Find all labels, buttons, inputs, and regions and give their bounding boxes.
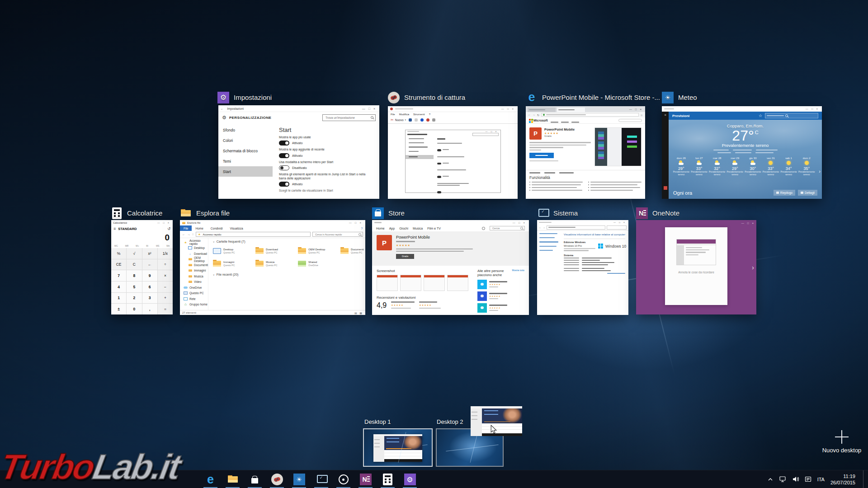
store-search-input [491,226,519,230]
back-icon: ← [539,226,542,229]
view-toggle-icons: ▤ ▦ [354,311,363,314]
toggle-switch [279,153,289,158]
forecast-weather-icon [750,160,755,165]
forecast-day-name: sab 1 [780,157,798,160]
memory-key: M+ [136,244,139,247]
favorite-star-icon: ☆ [641,113,643,117]
forecast-temp: 33° [762,166,780,171]
thumb-header-sistema[interactable]: Sistema [537,207,578,219]
thumb-header-esplora[interactable]: Esplora file [180,207,230,219]
settings-nav-item: Sfondo [218,125,273,135]
thumb-header-calcolatrice[interactable]: Calcolatrice [111,207,162,219]
settings-gear-icon [217,92,229,103]
desktop-1-thumbnail[interactable] [363,428,433,467]
taskbar-file-explorer-icon[interactable] [222,470,244,488]
screenshot-thumbnails [377,275,472,291]
forecast-day: dom 26 29° Prevalentemente sereno [672,157,690,176]
explorer-search-input [314,233,358,236]
window-controls [157,221,171,224]
forecast-weather-icon [768,160,773,165]
thumb-header-cattura[interactable]: Strumento di cattura [388,91,465,103]
settings-search-box [322,114,376,121]
taskbar-edge-icon[interactable] [199,470,222,488]
window-thumbnail-calcolatrice[interactable]: Calcolatrice ≡ STANDARD ↺ 0 MCMRM+M-MSM▾… [111,220,173,314]
clock-date: 26/07/2015 [830,479,855,486]
window-thumbnail-meteo[interactable]: ≡ Previsioni ☆ Copparo, Em.Rom. 27° C Pr… [662,106,822,199]
memory-key: MS [156,244,160,247]
window-thumbnail-onenote[interactable]: Annota le cose da ricordare › [636,220,756,314]
toggle-switch [279,182,289,187]
window-thumbnail-impostazioni[interactable]: ← Impostazioni ⚙ PERSONALIZZAZIONE Sfond… [218,105,379,199]
desktop-1-label[interactable]: Desktop 1 [364,418,391,425]
folder-tile: Shared OneDrive [298,258,338,269]
settings-nav-item: Colori [218,135,273,145]
forecast-desc: Prevalentemente sereno [708,171,726,176]
settings-page-title: Start [279,127,373,133]
settings-main: Start Mostra le app più usate Attivato [273,123,379,199]
suggested-app: ★★★★★ [477,280,524,289]
toggle-state: Attivato [292,183,302,186]
thumb-header-powerpoint-store[interactable]: PowerPoint Mobile - Microsoft Store -... [526,91,660,103]
taskbar-settings-icon[interactable] [399,470,421,488]
tray-volume-icon[interactable] [792,476,799,482]
thumb-header-store[interactable]: Store [372,207,405,219]
store-nav-item: Giochi [399,227,408,230]
taskbar-meteo-icon[interactable] [288,470,310,488]
quick-access-icon [198,233,202,236]
taskbar-snipping-tool-icon[interactable] [266,470,288,488]
new-desktop-button[interactable]: Nuovo desktop [814,430,868,454]
taskbar-store-icon[interactable] [244,470,266,488]
window-thumbnail-store[interactable]: HomeAppGiochiMusicaFilm e TV P PowerPoin… [372,220,529,315]
explorer-content: Cartelle frequenti (7) Desktop Questo PC [208,238,365,310]
search-icon [785,114,788,117]
settings-folders-link: Scegli le cartelle da visualizzare in St… [279,189,373,192]
forecast-day: dom 2 35° Prevalentemente sereno [797,157,816,176]
taskbar-clock[interactable]: 11:19 26/07/2015 [830,473,855,486]
system-section-title: Sistema [564,254,625,257]
calculator-memory-row: MCMRM+M-MSM▾ [111,244,173,248]
snip-menubar: FileModificaStrumenti? [388,112,518,116]
thumb-header-meteo[interactable]: Meteo [662,91,697,103]
toggle-state: Attivato [292,154,302,157]
thumb-header-impostazioni[interactable]: Impostazioni [217,91,272,103]
show-desktop-button[interactable] [863,470,865,488]
calculator-key: 7 [111,270,126,281]
window-thumbnail-cattura[interactable]: FileModificaStrumenti? Nuovo [388,106,518,199]
snip-titlebar [388,106,518,112]
screenshots-title: Screenshot [377,269,472,273]
forecast-weather-icon [679,160,684,165]
language-indicator[interactable]: ITA [817,477,825,482]
explorer-nav-label: Documenti [194,263,208,267]
next-page-chevron-icon: › [752,263,754,271]
show-all-link: Mostra tutto [512,269,524,272]
toggle-label: Mostra gli elementi aperti di recente in… [279,173,367,181]
window-thumbnail-powerpoint-store[interactable]: ←→↻ ☆ Microsoft P PowerPoint Mobile ★★★★… [526,106,645,199]
folder-name: Immagini [223,261,235,263]
tray-chevron-up-icon[interactable] [768,478,773,481]
daily-forecast-row: dom 26 29° Prevalentemente sereno lun 27… [669,157,822,176]
window-thumbnail-sistema[interactable]: ←→ Visualizza informazioni di base relat… [537,220,628,315]
thumb-title: Store [388,209,405,217]
thumb-header-onenote[interactable]: OneNote [636,207,679,219]
tray-action-center-icon[interactable] [805,476,811,482]
window-thumbnail-esplora[interactable]: Esplora file File Home Condividi Visuali… [180,220,365,315]
calculator-titlebar: Calcolatrice [111,220,173,225]
tray-network-icon[interactable] [779,476,786,482]
forward-icon: → [543,226,546,229]
windows-edition-value: Windows 10 Pro [564,244,595,247]
thumb-title: Meteo [678,94,697,101]
taskbar-groove-icon[interactable] [332,470,354,488]
suggested-app: ★★★★★ [477,303,524,313]
product-name: PowerPoint Mobile [544,127,575,131]
settings-toggle-group: Mostra le app più usate Attivato [279,136,373,145]
explorer-nav-item: Questo PC [180,291,208,296]
explorer-titlebar: Esplora file [180,220,365,225]
rating-stars: ★★★★★ [544,131,575,135]
taskbar-system-icon[interactable] [310,470,332,488]
frequent-folders-title: Cartelle frequenti (7) [213,240,365,243]
desktop-2-label[interactable]: Desktop 2 [437,418,463,425]
window-controls [349,221,363,224]
explorer-status-bar: 27 elementi ▤ ▦ [180,310,365,315]
taskbar-calculator-icon[interactable] [377,470,399,488]
taskbar-onenote-icon[interactable] [354,470,377,488]
